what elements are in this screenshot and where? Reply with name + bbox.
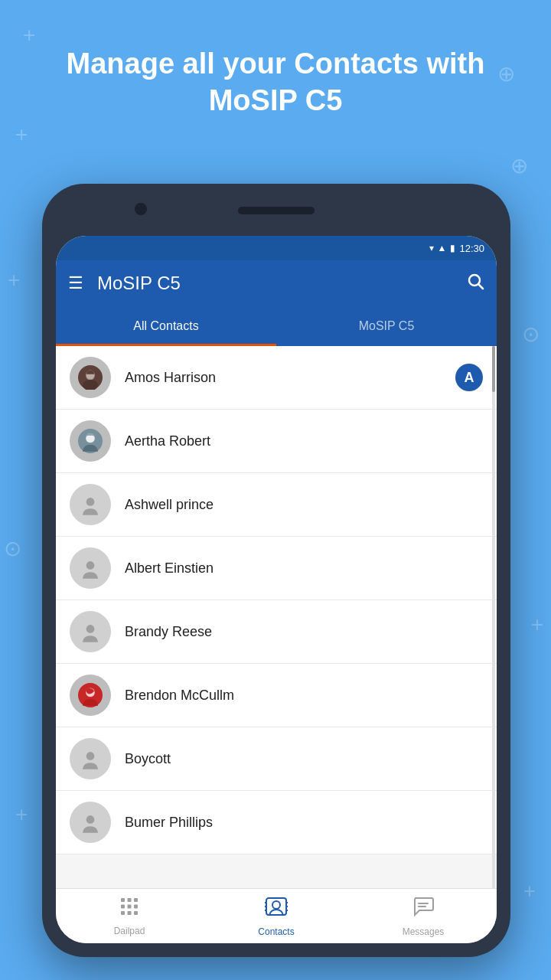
list-item[interactable]: Boycott	[56, 727, 497, 791]
list-item[interactable]: Albert Einstien	[56, 537, 497, 600]
avatar	[70, 675, 111, 716]
section-badge: A	[455, 364, 483, 391]
search-icon[interactable]	[466, 272, 484, 295]
avatar	[70, 420, 111, 462]
avatar	[70, 611, 111, 652]
wifi-icon: ▾	[429, 243, 434, 253]
avatar	[70, 357, 111, 398]
app-title: MoSIP C5	[97, 273, 466, 294]
list-item[interactable]: Brandy Reese	[56, 600, 497, 664]
phone-speaker	[238, 207, 315, 214]
svg-rect-30	[134, 911, 138, 915]
contact-name: Brendon McCullm	[125, 688, 234, 704]
signal-icon: ▲	[438, 243, 447, 253]
svg-point-10	[86, 498, 95, 506]
svg-rect-24	[134, 898, 138, 902]
svg-rect-25	[121, 905, 125, 909]
svg-point-19	[86, 752, 95, 760]
status-time: 12:30	[459, 243, 484, 254]
phone-frame: ▾ ▲ ▮ 12:30 ☰ MoSIP C5	[42, 184, 510, 957]
contact-name: Albert Einstien	[125, 560, 214, 577]
scroll-indicator	[492, 346, 495, 943]
avatar	[70, 738, 111, 779]
list-item[interactable]: Aertha Robert	[56, 410, 497, 473]
bottom-navigation: Dailpad	[56, 888, 497, 943]
svg-rect-26	[128, 905, 132, 909]
menu-icon[interactable]: ☰	[68, 273, 82, 293]
contact-name: Aertha Robert	[125, 433, 210, 449]
scroll-thumb	[492, 346, 495, 392]
list-item[interactable]: Brendon McCullm	[56, 664, 497, 727]
svg-point-12	[86, 561, 95, 570]
avatar	[70, 547, 111, 589]
svg-rect-27	[134, 905, 138, 909]
contact-name: Amos Harrison	[125, 370, 216, 386]
svg-rect-28	[121, 911, 125, 915]
tab-bar: All Contacts MoSIP C5	[56, 306, 497, 346]
avatar	[70, 484, 111, 525]
nav-item-dailpad[interactable]: Dailpad	[56, 896, 203, 936]
phone-camera	[135, 203, 147, 215]
status-icons: ▾ ▲ ▮ 12:30	[429, 243, 484, 254]
contact-name: Boycott	[125, 751, 171, 767]
phone-screen: ▾ ▲ ▮ 12:30 ☰ MoSIP C5	[56, 236, 497, 943]
nav-label-dailpad: Dailpad	[114, 926, 145, 936]
dialpad-icon	[119, 896, 140, 923]
list-item[interactable]: Ashwell prince	[56, 473, 497, 537]
contact-list: Amos Harrison A	[56, 346, 497, 854]
svg-point-32	[272, 901, 280, 909]
svg-point-14	[86, 625, 95, 633]
status-bar: ▾ ▲ ▮ 12:30	[56, 236, 497, 260]
list-item[interactable]: Amos Harrison A	[56, 346, 497, 410]
nav-label-contacts: Contacts	[258, 926, 294, 937]
svg-line-1	[479, 285, 484, 289]
nav-label-messages: Messages	[403, 926, 445, 937]
contacts-icon	[265, 895, 288, 923]
contact-name: Ashwell prince	[125, 497, 214, 513]
messages-icon	[412, 895, 435, 923]
svg-point-21	[86, 815, 95, 824]
contact-name: Brandy Reese	[125, 624, 212, 640]
list-item[interactable]: Bumer Phillips	[56, 791, 497, 854]
page-header: Manage all your Contacts with MoSIP C5	[0, 46, 551, 119]
screen-content: ▾ ▲ ▮ 12:30 ☰ MoSIP C5	[56, 236, 497, 943]
avatar	[70, 802, 111, 843]
svg-rect-29	[128, 911, 132, 915]
contact-name: Bumer Phillips	[125, 815, 213, 831]
nav-item-contacts[interactable]: Contacts	[203, 895, 350, 937]
tab-mosip-c5[interactable]: MoSIP C5	[276, 306, 497, 346]
tab-all-contacts[interactable]: All Contacts	[56, 306, 276, 346]
svg-rect-22	[121, 898, 125, 902]
nav-item-messages[interactable]: Messages	[350, 895, 497, 937]
app-toolbar: ☰ MoSIP C5	[56, 260, 497, 306]
svg-rect-23	[128, 898, 132, 902]
battery-icon: ▮	[450, 243, 455, 253]
contacts-area: Amos Harrison A	[56, 346, 497, 943]
